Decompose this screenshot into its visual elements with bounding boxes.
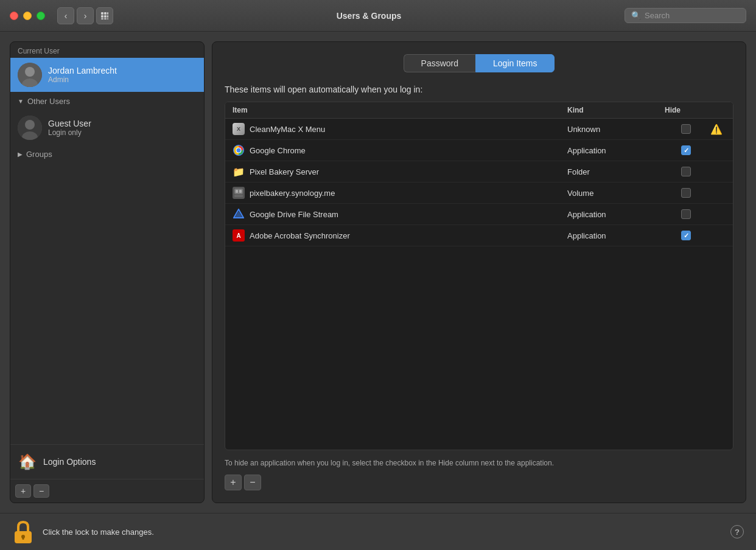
svg-point-10 bbox=[25, 67, 35, 77]
svg-rect-3 bbox=[101, 15, 103, 18]
maximize-button[interactable] bbox=[37, 12, 45, 20]
guest-user-role: Login only bbox=[48, 128, 91, 137]
lock-button[interactable] bbox=[12, 521, 34, 543]
groups-triangle-icon: ▶ bbox=[18, 151, 23, 158]
cell-item-name: Google Chrome bbox=[233, 144, 567, 156]
tabs: Password Login Items bbox=[225, 54, 733, 72]
guest-avatar-image bbox=[18, 116, 42, 140]
table-body: X CleanMyMac X Menu Unknown ⚠️ bbox=[225, 119, 733, 450]
cell-hide[interactable] bbox=[665, 231, 707, 240]
table-row[interactable]: pixelbakery.synology.me Volume bbox=[225, 183, 733, 204]
tab-password[interactable]: Password bbox=[404, 54, 475, 72]
search-icon: 🔍 bbox=[631, 11, 641, 20]
login-options-item[interactable]: 🏠 Login Options bbox=[10, 444, 204, 479]
triangle-icon: ▼ bbox=[18, 98, 24, 105]
cell-item-name: 📁 Pixel Bakery Server bbox=[233, 165, 567, 178]
guest-user-name: Guest User bbox=[48, 119, 91, 128]
lock-icon bbox=[12, 520, 34, 543]
cell-kind: Volume bbox=[567, 189, 665, 198]
current-user-avatar bbox=[18, 63, 42, 87]
item-name: Google Chrome bbox=[250, 146, 306, 155]
titlebar: ‹ › Users & Groups 🔍 bbox=[0, 0, 756, 32]
sidebar-remove-button[interactable]: − bbox=[33, 484, 49, 498]
back-button[interactable]: ‹ bbox=[57, 7, 74, 24]
cell-hide[interactable] bbox=[665, 209, 707, 219]
current-user-name: Jordan Lambrecht bbox=[48, 66, 117, 75]
table-row[interactable]: X CleanMyMac X Menu Unknown ⚠️ bbox=[225, 119, 733, 140]
cell-hide[interactable] bbox=[665, 167, 707, 176]
sidebar: Current User Jordan Lambrecht Admin ▼ bbox=[10, 41, 205, 503]
hide-checkbox[interactable] bbox=[681, 209, 691, 219]
table-remove-button[interactable]: − bbox=[244, 475, 261, 490]
table-actions: + − bbox=[225, 475, 733, 490]
close-button[interactable] bbox=[10, 12, 18, 20]
lock-text: Click the lock to make changes. bbox=[43, 527, 154, 537]
svg-rect-8 bbox=[107, 18, 108, 19]
hide-checkbox[interactable] bbox=[681, 124, 691, 134]
cell-kind: Folder bbox=[567, 167, 665, 176]
table-header: Item Kind Hide bbox=[225, 102, 733, 119]
hide-checkbox[interactable] bbox=[681, 188, 691, 198]
svg-rect-5 bbox=[107, 15, 108, 18]
minimize-button[interactable] bbox=[23, 12, 32, 20]
search-input[interactable] bbox=[645, 11, 740, 20]
tab-login-items[interactable]: Login Items bbox=[475, 54, 555, 72]
warning-cell: ⚠️ bbox=[707, 124, 726, 135]
other-users-header[interactable]: ▼ Other Users bbox=[10, 92, 204, 111]
col-hide-header: Hide bbox=[665, 106, 707, 114]
cell-item-name: pixelbakery.synology.me bbox=[233, 187, 567, 199]
forward-button[interactable]: › bbox=[77, 7, 94, 24]
grid-button[interactable] bbox=[96, 7, 113, 24]
current-user-info: Jordan Lambrecht Admin bbox=[48, 66, 117, 84]
groups-label: Groups bbox=[26, 150, 52, 159]
right-panel: Password Login Items These items will op… bbox=[212, 41, 746, 503]
table-add-button[interactable]: + bbox=[225, 475, 242, 490]
current-user-label: Current User bbox=[10, 42, 204, 58]
current-user-role: Admin bbox=[48, 75, 117, 84]
other-users-label: Other Users bbox=[27, 97, 70, 106]
groups-header[interactable]: ▶ Groups bbox=[10, 145, 204, 164]
cell-item-name: X CleanMyMac X Menu bbox=[233, 123, 567, 135]
sidebar-list: Current User Jordan Lambrecht Admin ▼ bbox=[10, 42, 204, 444]
col-warning-header bbox=[707, 106, 726, 114]
cell-kind: Application bbox=[567, 231, 665, 240]
svg-rect-20 bbox=[236, 190, 238, 193]
traffic-lights bbox=[10, 12, 45, 20]
cell-hide[interactable] bbox=[665, 124, 707, 134]
items-table: Item Kind Hide X CleanMyMac X Menu Unkno… bbox=[225, 102, 733, 450]
warning-icon: ⚠️ bbox=[710, 124, 723, 135]
cell-kind: Unknown bbox=[567, 125, 665, 134]
svg-rect-2 bbox=[107, 12, 108, 15]
guest-user-item[interactable]: Guest User Login only bbox=[10, 111, 204, 145]
cell-hide[interactable] bbox=[665, 145, 707, 155]
login-options-label: Login Options bbox=[43, 457, 96, 467]
item-name: CleanMyMac X Menu bbox=[250, 125, 325, 134]
window-title: Users & Groups bbox=[113, 11, 625, 21]
guest-user-info: Guest User Login only bbox=[48, 119, 91, 137]
table-row[interactable]: Google Drive File Stream Application bbox=[225, 204, 733, 225]
table-row[interactable]: Google Chrome Application bbox=[225, 140, 733, 161]
item-name: pixelbakery.synology.me bbox=[250, 189, 335, 198]
login-items-description: These items will open automatically when… bbox=[225, 85, 733, 94]
hide-checkbox[interactable] bbox=[681, 231, 691, 240]
item-name: Pixel Bakery Server bbox=[250, 167, 319, 176]
nav-buttons: ‹ › bbox=[57, 7, 94, 24]
cell-kind: Application bbox=[567, 146, 665, 155]
hide-checkbox[interactable] bbox=[681, 145, 691, 155]
bottom-bar: Click the lock to make changes. ? bbox=[0, 513, 756, 550]
sidebar-add-button[interactable]: + bbox=[15, 484, 31, 498]
table-row[interactable]: A Adobe Acrobat Synchronizer Application bbox=[225, 225, 733, 246]
col-kind-header: Kind bbox=[567, 106, 665, 114]
current-user-item[interactable]: Jordan Lambrecht Admin bbox=[10, 58, 204, 92]
svg-rect-4 bbox=[104, 15, 107, 18]
search-bar[interactable]: 🔍 bbox=[625, 8, 746, 23]
svg-rect-19 bbox=[234, 195, 243, 197]
main-content: Current User Jordan Lambrecht Admin ▼ bbox=[0, 32, 756, 513]
cell-hide[interactable] bbox=[665, 188, 707, 198]
help-button[interactable]: ? bbox=[730, 525, 744, 538]
item-name: Google Drive File Stream bbox=[250, 210, 338, 219]
table-row[interactable]: 📁 Pixel Bakery Server Folder bbox=[225, 161, 733, 183]
hide-checkbox[interactable] bbox=[681, 167, 691, 176]
item-icon-chrome bbox=[233, 144, 245, 156]
guest-user-avatar bbox=[18, 116, 42, 140]
